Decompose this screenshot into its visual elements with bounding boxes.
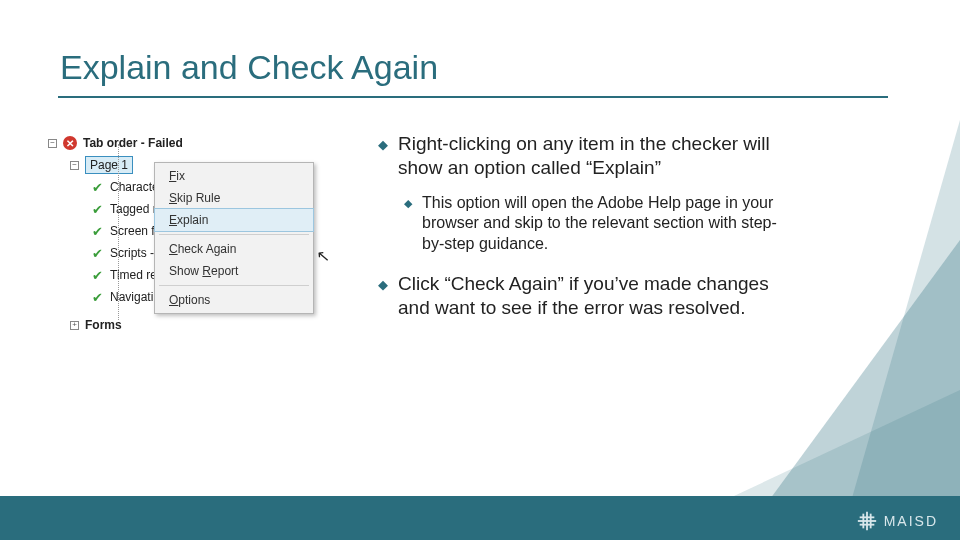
bullet-text: Click “Check Again” if you’ve made chang…	[398, 272, 778, 321]
menu-separator	[159, 234, 309, 235]
check-icon: ✔	[90, 246, 104, 260]
menu-item-fix[interactable]: Fix	[155, 165, 313, 187]
menu-item-show-report[interactable]: Show Report	[155, 260, 313, 282]
footer-band	[0, 496, 960, 540]
check-icon: ✔	[90, 224, 104, 238]
check-icon: ✔	[90, 180, 104, 194]
page-1-selected: Page 1	[85, 156, 133, 174]
menu-label: heck Again	[178, 242, 237, 256]
menu-item-check-again[interactable]: Check Again	[155, 238, 313, 260]
bullet-list: ◆ Right-clicking on any item in the chec…	[378, 132, 778, 333]
menu-label: ptions	[178, 293, 210, 307]
menu-label: xplain	[177, 213, 208, 227]
brand-name: MAISD	[884, 513, 938, 529]
logo-icon	[856, 510, 878, 532]
menu-item-explain[interactable]: Explain	[154, 208, 314, 232]
menu-item-skip-rule[interactable]: Skip Rule	[155, 187, 313, 209]
checker-item: Tagged r	[110, 202, 157, 216]
check-icon: ✔	[90, 202, 104, 216]
cursor-icon: ↖	[315, 245, 330, 265]
bullet-text: Right-clicking on any item in the checke…	[398, 132, 778, 181]
menu-item-options[interactable]: Options	[155, 289, 313, 311]
forms-group-label: Forms	[85, 318, 122, 332]
sub-bullet-text: This option will open the Adobe Help pag…	[422, 193, 778, 254]
context-menu: Fix Skip Rule Explain Check Again Show R…	[154, 162, 314, 314]
menu-label: ix	[176, 169, 185, 183]
checker-item: Scripts -	[110, 246, 154, 260]
brand-logo: MAISD	[856, 510, 938, 532]
tab-order-failed-label: Tab order - Failed	[83, 136, 183, 150]
bullet-icon: ◆	[404, 193, 412, 254]
check-icon: ✔	[90, 290, 104, 304]
checker-item: Navigati	[110, 290, 153, 304]
tree-collapse-icon: −	[48, 139, 57, 148]
title-underline	[58, 96, 888, 98]
tree-collapse-icon: −	[70, 161, 79, 170]
bullet-icon: ◆	[378, 132, 388, 181]
menu-label: kip Rule	[177, 191, 220, 205]
check-icon: ✔	[90, 268, 104, 282]
slide-title: Explain and Check Again	[60, 48, 438, 87]
tree-expand-icon: +	[70, 321, 79, 330]
menu-separator	[159, 285, 309, 286]
bullet-icon: ◆	[378, 272, 388, 321]
error-icon: ✕	[63, 136, 77, 150]
menu-label: eport	[211, 264, 238, 278]
